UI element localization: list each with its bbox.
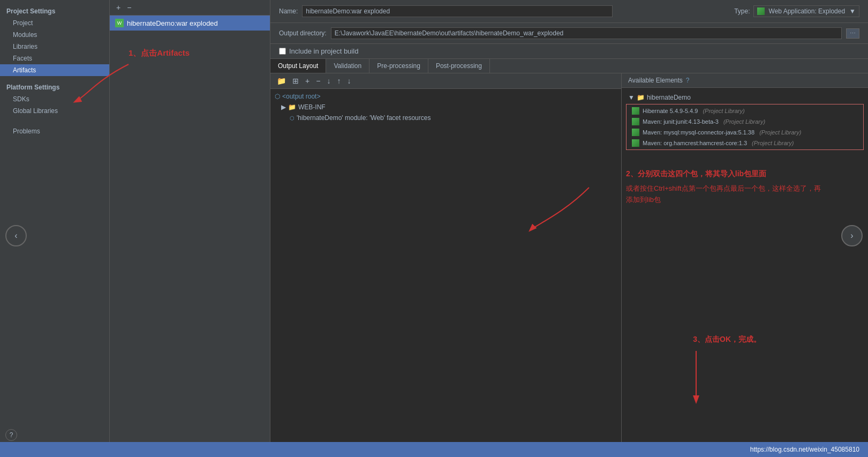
tree-item-output-root[interactable]: ⬡ <output root> [270, 91, 621, 102]
sidebar-item-artifacts[interactable]: Artifacts [0, 64, 109, 76]
tree-item-web-inf[interactable]: ▶ 📁 WEB-INF [270, 102, 621, 113]
type-dropdown[interactable]: Web Application: Exploded ▼ [753, 5, 859, 17]
include-project-build-row: Include in project build [270, 44, 868, 59]
group-folder-icon: 📁 [637, 94, 645, 101]
output-dir-input[interactable] [331, 27, 842, 39]
lib-bar-icon [632, 107, 639, 115]
lib-bar-icon-junit [632, 118, 639, 125]
lib-hibernate-label: Hibernate 5.4.9-5.4.9 [643, 108, 698, 114]
folder-icon: 📁 [288, 103, 296, 111]
sidebar-item-libraries[interactable]: Libraries [0, 41, 109, 53]
type-label: Type: [734, 8, 750, 15]
annotation-step2-area: 2、分别双击这四个包，将其导入lib包里面 或者按住Ctrl+shift点第一个… [622, 153, 868, 206]
lib-mysql-label: Maven: mysql:mysql-connector-java:5.1.38 [643, 129, 754, 136]
tree-item-module-resources[interactable]: ⬡ 'hibernateDemo' module: 'Web' facet re… [270, 113, 621, 123]
elements-title: Available Elements [628, 77, 683, 84]
artifact-war-icon: W [115, 19, 124, 27]
lib-bar-icon-hamcrest [632, 139, 639, 147]
tree-sort-btn[interactable]: ↓ [324, 76, 333, 86]
tab-post-processing[interactable]: Post-processing [428, 59, 490, 73]
artifact-list-panel: + − W hibernateDemo:war exploded [110, 0, 270, 457]
elements-header: Available Elements ? [622, 73, 868, 88]
module-resources-label: 'hibernateDemo' module: 'Web' facet reso… [297, 114, 431, 122]
sidebar-item-modules[interactable]: Modules [0, 29, 109, 41]
lib-bar-icon-mysql [632, 129, 639, 136]
lib-junit-suffix: (Project Library) [722, 118, 765, 125]
add-artifact-button[interactable]: + [114, 2, 123, 13]
tree-toolbar: 📁 ⊞ + − ↓ ↑ ↓ [270, 73, 621, 89]
split-content: 📁 ⊞ + − ↓ ↑ ↓ ⬡ <output root> ▶ 📁 [270, 73, 868, 443]
footer-link-text: https://blog.csdn.net/weixin_45085810 [750, 446, 859, 453]
project-settings-heading: Project Settings [0, 4, 109, 17]
tree-remove-btn[interactable]: − [314, 76, 322, 86]
nav-next-button[interactable]: › [841, 225, 863, 246]
lib-item-hibernate[interactable]: Hibernate 5.4.9-5.4.9 (Project Library) [628, 106, 862, 116]
include-project-build-label: Include in project build [289, 47, 358, 55]
web-inf-label: WEB-INF [298, 103, 326, 111]
tree-up-btn[interactable]: ↑ [335, 76, 343, 86]
elements-panel: Available Elements ? ▼ 📁 hibernateDemo [622, 73, 868, 443]
lib-mysql-suffix: (Project Library) [758, 129, 801, 136]
lib-hamcrest-label: Maven: org.hamcrest:hamcrest-core:1.3 [643, 140, 747, 146]
type-value: Web Application: Exploded [769, 8, 846, 15]
lib-hamcrest-suffix: (Project Library) [750, 140, 794, 146]
remove-artifact-button[interactable]: − [125, 2, 133, 13]
lib-item-mysql[interactable]: Maven: mysql:mysql-connector-java:5.1.38… [628, 127, 862, 138]
lib-item-junit[interactable]: Maven: junit:junit:4.13-beta-3 (Project … [628, 116, 862, 127]
lib-item-hamcrest[interactable]: Maven: org.hamcrest:hamcrest-core:1.3 (P… [628, 138, 862, 148]
tab-validation[interactable]: Validation [326, 59, 369, 73]
sidebar-item-facets[interactable]: Facets [0, 53, 109, 64]
group-collapse-icon: ▼ [628, 94, 635, 101]
expand-icon: ▶ [281, 103, 286, 111]
lib-hibernate-suffix: (Project Library) [701, 108, 744, 114]
artifact-toolbar: + − [110, 0, 270, 16]
sidebar-item-problems[interactable]: Problems [0, 125, 109, 137]
annotation-step2-text: 2、分别双击这四个包，将其导入lib包里面 [626, 169, 864, 179]
browse-button[interactable]: ⋯ [846, 28, 859, 39]
tree-add-btn[interactable]: + [303, 76, 312, 86]
tree-folder-btn[interactable]: 📁 [275, 76, 288, 86]
tab-output-layout[interactable]: Output Layout [270, 59, 326, 73]
output-root-label: <output root> [282, 93, 320, 100]
annotation-step2b-text: 或者按住Ctrl+shift点第一个包再点最后一个包，这样全选了，再添加到lib… [626, 183, 864, 206]
elements-help-icon: ? [686, 77, 690, 84]
platform-settings-heading: Platform Settings [0, 80, 109, 93]
tab-pre-processing[interactable]: Pre-processing [369, 59, 428, 73]
tree-content: ⬡ <output root> ▶ 📁 WEB-INF ⬡ 'hibernate… [270, 89, 621, 443]
artifact-item-name: hibernateDemo:war exploded [127, 19, 218, 27]
type-selector: Type: Web Application: Exploded ▼ [734, 5, 859, 17]
lib-junit-label: Maven: junit:junit:4.13-beta-3 [643, 118, 719, 125]
group-name: hibernateDemo [647, 94, 691, 101]
chevron-down-icon: ▼ [849, 8, 856, 15]
sidebar-item-project[interactable]: Project [0, 17, 109, 29]
footer-link-bar: https://blog.csdn.net/weixin_45085810 [0, 442, 868, 457]
web-app-icon [757, 8, 765, 15]
library-list-box: Hibernate 5.4.9-5.4.9 (Project Library) … [626, 104, 864, 150]
tree-panel: 📁 ⊞ + − ↓ ↑ ↓ ⬡ <output root> ▶ 📁 [270, 73, 622, 443]
include-project-build-checkbox[interactable] [279, 48, 286, 55]
name-input[interactable] [302, 5, 613, 17]
output-dir-row: Output directory: ⋯ [270, 23, 868, 44]
elements-group-header[interactable]: ▼ 📁 hibernateDemo [626, 92, 864, 103]
sidebar-item-sdks[interactable]: SDKs [0, 93, 109, 105]
output-root-icon: ⬡ [275, 93, 280, 100]
help-button[interactable]: ? [5, 429, 17, 441]
tree-grid-btn[interactable]: ⊞ [290, 76, 301, 86]
output-dir-label: Output directory: [279, 29, 327, 37]
name-row: Name: [279, 5, 613, 17]
artifact-list-item[interactable]: W hibernateDemo:war exploded [110, 16, 270, 31]
sidebar-item-global-libraries[interactable]: Global Libraries [0, 105, 109, 117]
right-config-panel: Name: Type: Web Application: Exploded ▼ … [270, 0, 868, 457]
tabs-row: Output Layout Validation Pre-processing … [270, 59, 868, 73]
elements-content: ▼ 📁 hibernateDemo Hibernate 5.4.9-5.4.9 … [622, 88, 868, 443]
module-icon: ⬡ [290, 115, 295, 121]
name-label: Name: [279, 8, 298, 15]
nav-prev-button[interactable]: ‹ [5, 225, 27, 246]
tree-down-btn[interactable]: ↓ [345, 76, 353, 86]
elements-group: ▼ 📁 hibernateDemo Hibernate 5.4.9-5.4.9 … [622, 90, 868, 153]
config-header: Name: Type: Web Application: Exploded ▼ [270, 0, 868, 23]
